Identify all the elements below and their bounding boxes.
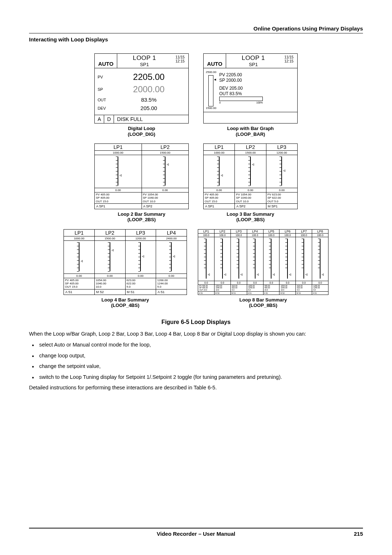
bullet-item: change the setpoint value, — [39, 363, 363, 370]
scale-low: 0.00 — [204, 188, 234, 192]
figure-caption: Figure 6-5 Loop Displays — [29, 319, 363, 325]
bargraph-title: LOOP 1 SP1 — [226, 54, 281, 68]
loop4bs-panel: LP11000.00◃0.00PV 405.00SP 405.00OUT 15.… — [64, 229, 187, 295]
scale-low: 0.00 — [156, 274, 187, 278]
bar-graph: ◃ — [64, 241, 94, 274]
loop2bs-panel: LP11000.00◃0.00PV 405.00SP 405.00OUT 15.… — [94, 143, 189, 209]
scale-high: 2400.00 — [156, 236, 187, 241]
column-mode: A SP2 — [142, 203, 189, 209]
column-header: LP1 — [198, 230, 214, 234]
bar-graph: ◃ — [266, 155, 297, 188]
scale-high: 100.0 — [215, 234, 230, 237]
column-header: LP8 — [312, 230, 328, 234]
column-values: PV 405.00SP 405.00OUT 15.0 — [64, 278, 94, 289]
summary-column: LP42400.00◃0.001266.001244.005.0A S1 — [156, 230, 187, 295]
bullet-list: select Auto or Manual control mode for t… — [29, 341, 363, 381]
column-values: 623.00622.005.0 — [296, 284, 312, 292]
bargraph-out-bar — [219, 97, 263, 101]
pointer-icon: ◃ — [289, 272, 291, 277]
summary-column: LP1100.0◃0.0PV 405.00SP 405.00OUT 15.0A … — [198, 230, 215, 295]
scale-high: 100.0 — [247, 234, 263, 237]
column-values: PV 405.00SP 405.00OUT 15.0 — [204, 192, 234, 203]
bar-graph: ◃ — [312, 237, 328, 281]
column-mode: A S1 — [156, 289, 187, 295]
pointer-icon: ◃ — [252, 162, 254, 167]
column-values: 1265.001245.005.0 — [312, 284, 328, 292]
digital-sp-row: SP2000.00 — [98, 84, 185, 94]
loop3bs-panel: LP11000.00◃0.00PV 405.00SP 405.00OUT 15.… — [203, 143, 298, 209]
summary-column: LP11000.00◃0.00PV 405.00SP 405.00OUT 15.… — [95, 144, 142, 209]
pointer-icon: ◃ — [257, 272, 259, 277]
column-mode: M S1 — [126, 289, 156, 295]
summary-column: LP31200.00◃0.00PV 623.00SP 622.00OUT 5.0… — [266, 144, 297, 209]
digital-loop-panel: AUTO LOOP 1 SP1 11/15 12:15 PV2205.00 SP… — [94, 53, 189, 123]
page-header-right: Online Operations Using Primary Displays — [29, 25, 363, 33]
page-footer: Video Recorder – User Manual 215 — [29, 528, 363, 537]
scale-low: 0.00 — [266, 188, 297, 192]
column-values: 623.00622.005.0 — [126, 278, 156, 289]
bargraph-info: PV 2205.00 SP 2000.00 DEV 205.00 OUT 83.… — [219, 70, 295, 110]
summary-column: LP21500.00◃0.001054.001040.0010.0M S2 — [95, 230, 126, 295]
summary-column: LP7100.0◃0.0623.00622.005.0M S1 — [296, 230, 312, 295]
bargraph-datetime: 11/15 12:15 — [281, 54, 297, 68]
column-header: LP7 — [296, 230, 312, 234]
pointer-icon: ◃ — [224, 272, 226, 277]
scale-high: 1500.00 — [235, 151, 266, 155]
column-header: LP1 — [204, 144, 234, 151]
column-header: LP1 — [95, 144, 142, 151]
scale-high: 100.0 — [312, 234, 328, 237]
summary-column: LP11000.00◃0.00PV 405.00SP 405.00OUT 15.… — [204, 144, 235, 209]
column-mode: A S1 — [198, 291, 214, 295]
pointer-icon: ◃ — [305, 272, 307, 277]
bargraph-panel: AUTO LOOP 1 SP1 11/15 12:15 2500.00 ◂ — [203, 53, 298, 123]
bar-graph: ◃ — [126, 241, 156, 274]
column-header: LP5 — [264, 230, 279, 234]
digital-auto: AUTO — [95, 54, 117, 68]
intro-paragraph: When the Loop w/Bar Graph, Loop 2 Bar, L… — [29, 331, 363, 338]
bar-graph: ◃ — [264, 237, 279, 281]
column-values: 623.00622.005.0 — [231, 284, 247, 292]
column-values: PV 623.00SP 622.00OUT 5.0 — [266, 192, 297, 203]
summary-column: LP4100.0◃0.01265.001245.005.0A S1 — [247, 230, 264, 295]
bar-graph: ◃ — [142, 155, 189, 188]
column-mode: A SP2 — [235, 203, 266, 209]
column-header: LP3 — [231, 230, 247, 234]
pointer-icon: ◃ — [208, 272, 210, 277]
column-header: LP3 — [126, 230, 156, 236]
column-mode: A S1 — [312, 291, 328, 295]
scale-low: 0.0 — [264, 281, 279, 284]
closing-paragraph: Detailed instructions for performing the… — [29, 384, 363, 392]
column-header: LP6 — [279, 230, 295, 234]
column-mode: M SP1 — [266, 203, 297, 209]
column-header: LP1 — [64, 230, 94, 236]
scale-high: 100.0 — [264, 234, 279, 237]
column-values: 1054.001040.0010.0 — [215, 284, 230, 292]
scale-high: 100.0 — [198, 234, 214, 237]
column-header: LP4 — [247, 230, 263, 234]
summary-column: LP8100.0◃0.01265.001245.005.0A S1 — [312, 230, 328, 295]
summary-column: LP31200.00◃0.00623.00622.005.0M S1 — [126, 230, 156, 295]
column-header: LP2 — [95, 230, 125, 236]
bullet-item: change loop output, — [39, 352, 363, 360]
loop4bs-caption: Loop 4 Bar Summary(LOOP_4BS) — [64, 297, 187, 308]
bar-graph: ◃ — [235, 155, 266, 188]
bargraph-track — [208, 75, 213, 106]
pointer-icon: ◃ — [273, 272, 275, 277]
scale-low: 0.00 — [95, 274, 125, 278]
pointer-icon: ◃ — [111, 247, 114, 252]
bar-graph: ◃ — [215, 237, 230, 281]
page-number: 215 — [354, 531, 363, 537]
pointer-icon: ◃ — [167, 162, 169, 167]
column-values: PV 405.00SP 405.00OUT 15.0 — [95, 192, 142, 203]
bargraph-scale-lo: 1500.00 — [206, 106, 216, 110]
column-header: LP3 — [266, 144, 297, 151]
column-mode: M S2 — [95, 289, 125, 295]
column-mode: A SP1 — [204, 203, 234, 209]
scale-high: 1200.00 — [266, 151, 297, 155]
loop8bs-caption: Loop 8 Bar Summary(LOOP_8BS) — [198, 297, 328, 308]
column-values: PV 1054.00SP 1040.00OUT 10.0 — [235, 192, 266, 203]
column-header: LP2 — [215, 230, 230, 234]
scale-low: 0.0 — [296, 281, 312, 284]
column-header: LP2 — [142, 144, 189, 151]
pointer-icon: ◃ — [283, 168, 285, 173]
